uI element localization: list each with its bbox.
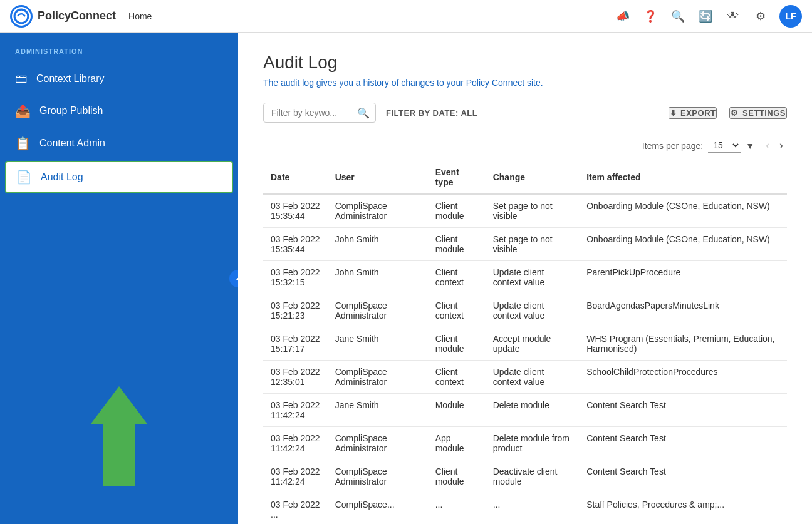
sidebar-item-context-library[interactable]: 🗃 Context Library xyxy=(0,63,238,95)
cell-event-type: App module xyxy=(428,427,486,460)
page-prev-button[interactable]: ‹ xyxy=(762,138,773,153)
table-row: 03 Feb 202215:32:15 John Smith Client co… xyxy=(263,261,787,294)
table-row: 03 Feb 202212:35:01 CompliSpace Administ… xyxy=(263,361,787,394)
cell-date: 03 Feb 202211:42:24 xyxy=(263,394,328,427)
group-publish-icon: 📤 xyxy=(15,103,31,118)
help-icon[interactable]: ❓ xyxy=(642,8,659,25)
cell-change: Update client context value xyxy=(486,361,579,394)
cell-user: CompliSpace Administrator xyxy=(328,194,428,228)
cell-user: John Smith xyxy=(328,228,428,261)
items-per-page: Items per page: 15 25 50 100 ▼ xyxy=(642,138,754,153)
cell-date: 03 Feb 202215:21:23 xyxy=(263,294,328,327)
cell-item-affected: Content Search Test xyxy=(579,427,787,460)
cell-item-affected: Onboarding Module (CSOne, Education, NSW… xyxy=(579,228,787,261)
refresh-icon[interactable]: 🔄 xyxy=(697,8,714,25)
cell-user: CompliSpace Administrator xyxy=(328,460,428,493)
cell-item-affected: Content Search Test xyxy=(579,460,787,493)
cell-change: ... xyxy=(486,493,579,525)
eye-icon[interactable]: 👁 xyxy=(724,8,742,25)
table-row: 03 Feb 202215:35:44 John Smith Client mo… xyxy=(263,228,787,261)
cell-change: Update client context value xyxy=(486,261,579,294)
sidebar-item-content-admin[interactable]: 📋 Content Admin xyxy=(0,127,238,160)
group-publish-label: Group Publish xyxy=(39,105,103,116)
cell-event-type: Client context xyxy=(428,261,486,294)
cell-change: Delete module from product xyxy=(486,427,579,460)
top-nav: PolicyConnect Home 📣 ❓ 🔍 🔄 👁 ⚙ LF xyxy=(0,0,812,33)
content-admin-icon: 📋 xyxy=(15,136,31,151)
context-library-icon: 🗃 xyxy=(15,71,28,86)
page-next-button[interactable]: › xyxy=(776,138,787,153)
cell-change: Set page to not visible xyxy=(486,194,579,228)
table-header: Date User Event type Change Item affecte… xyxy=(263,161,787,194)
cell-change: Update client context value xyxy=(486,294,579,327)
megaphone-icon[interactable]: 📣 xyxy=(614,8,632,25)
pagination-bar: Items per page: 15 25 50 100 ▼ ‹ › xyxy=(263,138,787,153)
cell-user: CompliSpace Administrator xyxy=(328,294,428,327)
sidebar-admin-label: ADMINISTRATION xyxy=(0,33,238,63)
page-subtitle: The audit log gives you a history of cha… xyxy=(263,78,787,88)
filter-actions: ⬇ EXPORT ⚙ SETTINGS xyxy=(669,107,787,119)
search-icon[interactable]: 🔍 xyxy=(669,8,687,25)
green-arrow xyxy=(91,386,147,486)
table-row: 03 Feb 202211:42:24 CompliSpace Administ… xyxy=(263,460,787,493)
audit-log-icon: 📄 xyxy=(16,170,32,185)
per-page-select[interactable]: 15 25 50 100 xyxy=(708,138,741,153)
page-title: Audit Log xyxy=(263,53,787,73)
logo-area: PolicyConnect xyxy=(10,5,116,28)
cell-change: Set page to not visible xyxy=(486,228,579,261)
cell-change: Accept module update xyxy=(486,327,579,361)
home-link[interactable]: Home xyxy=(128,11,152,21)
cell-user: John Smith xyxy=(328,261,428,294)
svg-point-0 xyxy=(14,9,28,23)
cell-date: 03 Feb 202215:35:44 xyxy=(263,228,328,261)
cell-event-type: Client module xyxy=(428,194,486,228)
col-item-affected: Item affected xyxy=(579,161,787,194)
filter-bar: 🔍 FILTER BY DATE: ALL ⬇ EXPORT ⚙ SETTING… xyxy=(263,103,787,123)
sidebar-toggle[interactable]: ◀ xyxy=(229,270,238,287)
cell-date: 03 Feb 202212:35:01 xyxy=(263,361,328,394)
cell-item-affected: Onboarding Module (CSOne, Education, NSW… xyxy=(579,194,787,228)
table-row: 03 Feb 202211:42:24 Jane Smith Module De… xyxy=(263,394,787,427)
audit-table: Date User Event type Change Item affecte… xyxy=(263,161,787,524)
logo-icon xyxy=(10,5,33,28)
table-row: 03 Feb 202215:35:44 CompliSpace Administ… xyxy=(263,194,787,228)
cell-item-affected: SchoolChildProtectionProcedures xyxy=(579,361,787,394)
table-row: 03 Feb 202215:17:17 Jane Smith Client mo… xyxy=(263,327,787,361)
cell-event-type: Client module xyxy=(428,228,486,261)
audit-log-label: Audit Log xyxy=(41,172,83,183)
cell-date: 03 Feb 202211:42:24 xyxy=(263,427,328,460)
items-per-page-label: Items per page: xyxy=(642,141,703,151)
table-row: 03 Feb 202211:42:24 CompliSpace Administ… xyxy=(263,427,787,460)
filter-search-icon[interactable]: 🔍 xyxy=(357,107,370,119)
sidebar: ◀ ADMINISTRATION 🗃 Context Library 📤 Gro… xyxy=(0,33,238,524)
cell-event-type: Module xyxy=(428,394,486,427)
cell-event-type: Client context xyxy=(428,361,486,394)
sidebar-item-audit-log[interactable]: 📄 Audit Log xyxy=(5,161,233,193)
cell-event-type: Client module xyxy=(428,460,486,493)
user-avatar[interactable]: LF xyxy=(779,5,802,28)
cell-date: 03 Feb 202215:17:17 xyxy=(263,327,328,361)
filter-date-label: FILTER BY DATE: ALL xyxy=(386,108,477,118)
export-button[interactable]: ⬇ EXPORT xyxy=(669,107,717,119)
col-user: User xyxy=(328,161,428,194)
gear-icon[interactable]: ⚙ xyxy=(752,8,769,25)
settings-label: SETTINGS xyxy=(742,108,786,118)
cell-user: CompliSpace... xyxy=(328,493,428,525)
table-header-row: Date User Event type Change Item affecte… xyxy=(263,161,787,194)
settings-button[interactable]: ⚙ SETTINGS xyxy=(729,107,787,119)
cell-user: Jane Smith xyxy=(328,394,428,427)
cell-date: 03 Feb 202215:32:15 xyxy=(263,261,328,294)
table-row: 03 Feb 202215:21:23 CompliSpace Administ… xyxy=(263,294,787,327)
col-date: Date xyxy=(263,161,328,194)
export-label: EXPORT xyxy=(680,108,716,118)
dropdown-arrow-icon: ▼ xyxy=(746,141,754,151)
cell-event-type: Client context xyxy=(428,294,486,327)
cell-item-affected: Staff Policies, Procedures & amp;... xyxy=(579,493,787,525)
content-area: Audit Log The audit log gives you a hist… xyxy=(238,33,812,524)
cell-event-type: Client module xyxy=(428,327,486,361)
main-layout: ◀ ADMINISTRATION 🗃 Context Library 📤 Gro… xyxy=(0,33,812,524)
col-change: Change xyxy=(486,161,579,194)
sidebar-item-group-publish[interactable]: 📤 Group Publish xyxy=(0,95,238,127)
cell-date: 03 Feb 2022... xyxy=(263,493,328,525)
content-admin-label: Content Admin xyxy=(39,138,105,149)
